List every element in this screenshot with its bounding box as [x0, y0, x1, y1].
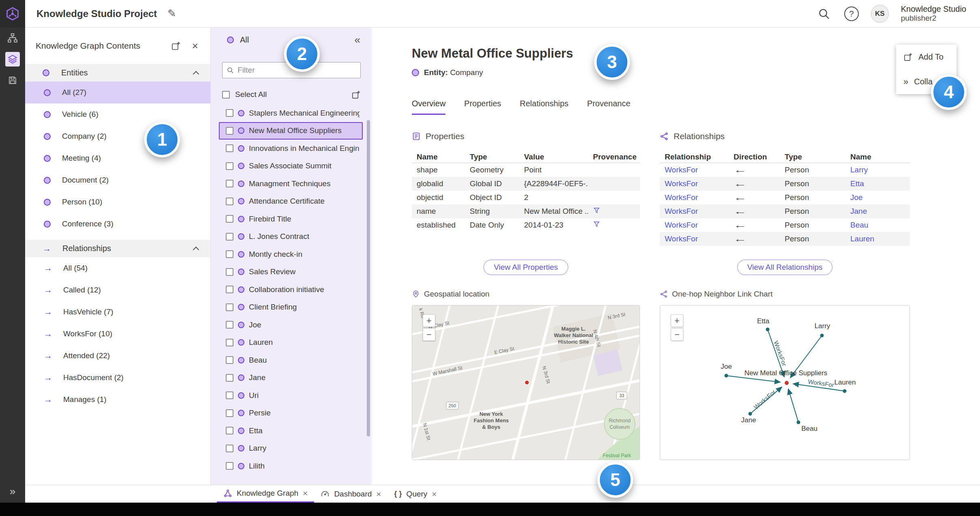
zoom-in-button[interactable]: +: [423, 314, 435, 327]
checkbox[interactable]: [226, 144, 233, 152]
entity-link[interactable]: Etta: [845, 179, 910, 188]
checkbox[interactable]: [226, 303, 233, 311]
entity-type-item-all[interactable]: All (27): [25, 82, 210, 103]
entity-type-item-document[interactable]: Document (2): [25, 169, 210, 191]
checkbox[interactable]: [226, 233, 233, 241]
relationship-type-item-worksfor[interactable]: → WorksFor (10): [25, 323, 210, 345]
relationship-link[interactable]: WorksFor: [660, 207, 729, 216]
checkbox[interactable]: [226, 391, 233, 399]
list-item[interactable]: L. Jones Contract: [219, 228, 363, 246]
list-item[interactable]: Firebird Title: [219, 210, 363, 228]
list-item[interactable]: Persie: [219, 404, 363, 422]
search-button[interactable]: [816, 6, 832, 22]
provenance-cell[interactable]: [588, 207, 640, 216]
list-item[interactable]: Etta: [219, 422, 363, 440]
close-tab-icon[interactable]: ×: [376, 489, 381, 499]
zoom-out-button[interactable]: −: [671, 328, 683, 341]
entities-section-header[interactable]: Entities: [25, 64, 210, 82]
checkbox[interactable]: [226, 162, 233, 170]
entity-link[interactable]: Beau: [845, 221, 910, 230]
relationship-link[interactable]: WorksFor: [660, 179, 729, 188]
app-logo[interactable]: [0, 0, 25, 28]
data-model-button[interactable]: [0, 28, 25, 49]
list-item[interactable]: Attendance Certificate: [219, 193, 363, 211]
checkbox[interactable]: [226, 356, 233, 364]
list-item[interactable]: Montly check-in: [219, 245, 363, 263]
checkbox[interactable]: [226, 445, 233, 452]
close-panel-button[interactable]: ×: [192, 40, 198, 52]
view-all-relationships-button[interactable]: View All Relationships: [737, 260, 833, 275]
entity-type-item-meeting[interactable]: Meeting (4): [25, 147, 210, 169]
checkbox[interactable]: [226, 339, 233, 346]
list-item-selected[interactable]: New Metal Office Suppliers: [219, 122, 363, 140]
checkbox[interactable]: [226, 215, 233, 223]
checkbox[interactable]: [226, 109, 233, 117]
checkbox[interactable]: [226, 321, 233, 329]
relationship-type-item-called[interactable]: → Called (12): [25, 279, 210, 301]
close-tab-icon[interactable]: ×: [303, 488, 308, 498]
collapse-panel-icon[interactable]: «: [355, 34, 360, 46]
list-item[interactable]: Staplers Mechanical Engineering: [219, 104, 363, 122]
tab-dashboard[interactable]: Dashboard ×: [314, 485, 387, 503]
entity-type-item-conference[interactable]: Conference (3): [25, 213, 210, 235]
zoom-out-button[interactable]: −: [423, 328, 435, 341]
entity-link[interactable]: Larry: [845, 166, 910, 174]
checkbox[interactable]: [226, 180, 233, 187]
relationship-link[interactable]: WorksFor: [660, 166, 729, 174]
entity-link[interactable]: Joe: [845, 193, 910, 202]
add-selected-button[interactable]: [351, 90, 361, 99]
list-item[interactable]: Sales Associate Summit: [219, 157, 363, 175]
geospatial-map[interactable]: W Clay St N 3rd St E Clay St N 3rd St N …: [412, 305, 640, 460]
relationship-link[interactable]: WorksFor: [660, 221, 729, 230]
list-item[interactable]: Lauren: [219, 334, 363, 352]
relationship-link[interactable]: WorksFor: [660, 234, 729, 243]
checkbox[interactable]: [226, 198, 233, 205]
view-all-properties-button[interactable]: View All Properties: [484, 260, 568, 275]
provenance-cell[interactable]: [588, 221, 640, 230]
entity-link[interactable]: Jane: [845, 207, 910, 216]
entity-type-item-company[interactable]: Company (2): [25, 125, 210, 147]
tab-query[interactable]: { } Query ×: [388, 485, 443, 503]
list-item[interactable]: Jane: [219, 369, 363, 387]
relationship-link[interactable]: WorksFor: [660, 193, 729, 202]
relationship-type-item-manages[interactable]: → Manages (1): [25, 389, 210, 411]
zoom-in-button[interactable]: +: [671, 314, 683, 327]
relationship-type-item-hasdocument[interactable]: → HasDocument (2): [25, 367, 210, 389]
close-tab-icon[interactable]: ×: [432, 489, 437, 499]
entity-type-item-vehicle[interactable]: Vehicle (6): [25, 103, 210, 125]
list-item[interactable]: Sales Review: [219, 263, 363, 281]
scrollbar-thumb[interactable]: [367, 120, 370, 436]
list-item[interactable]: Larry: [219, 440, 363, 458]
list-item[interactable]: Beau: [219, 351, 363, 369]
list-item[interactable]: Managment Techniques: [219, 175, 363, 193]
help-button[interactable]: ?: [844, 6, 859, 21]
save-button[interactable]: [0, 70, 25, 91]
entity-type-item-person[interactable]: Person (10): [25, 191, 210, 213]
checkbox[interactable]: [226, 286, 233, 293]
relationships-section-header[interactable]: → Relationships: [25, 240, 210, 257]
checkbox[interactable]: [226, 374, 233, 382]
add-card-button[interactable]: [171, 41, 181, 51]
expand-rail-button[interactable]: »: [0, 485, 25, 498]
checkbox[interactable]: [226, 250, 233, 258]
checkbox[interactable]: [226, 409, 233, 417]
checkbox[interactable]: [226, 127, 233, 135]
edit-title-icon[interactable]: ✎: [167, 7, 176, 20]
link-chart[interactable]: New Metal Office Suppliers Etta Larry Jo…: [660, 305, 910, 460]
checkbox[interactable]: [226, 462, 233, 470]
relationship-type-item-hasvehicle[interactable]: → HasVehicle (7): [25, 301, 210, 323]
list-item[interactable]: Innovations in Mechanical Engin...: [219, 140, 363, 157]
list-item[interactable]: Lilith: [219, 457, 363, 475]
relationship-type-item-attended[interactable]: → Attended (22): [25, 345, 210, 367]
list-item[interactable]: Client Briefing: [219, 299, 363, 316]
list-item[interactable]: Collaboration initiative: [219, 281, 363, 299]
list-item[interactable]: Uri: [219, 387, 363, 404]
checkbox[interactable]: [226, 427, 233, 434]
add-to-button[interactable]: Add To: [896, 45, 956, 69]
relationship-type-item-all[interactable]: → All (54): [25, 257, 210, 279]
list-item[interactable]: Joe: [219, 316, 363, 334]
entity-link[interactable]: Lauren: [845, 234, 910, 243]
avatar[interactable]: KS: [871, 5, 889, 23]
select-all-checkbox[interactable]: [222, 91, 230, 99]
checkbox[interactable]: [226, 268, 233, 276]
